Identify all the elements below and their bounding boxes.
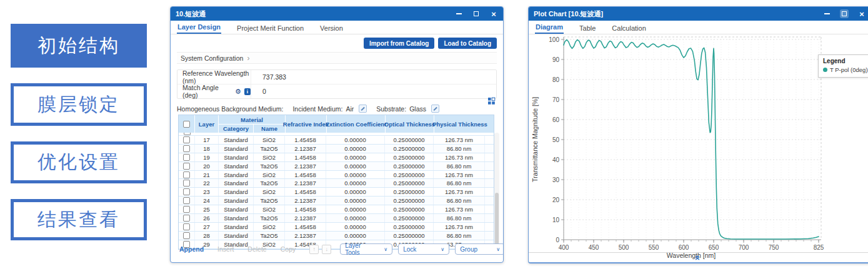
load-to-catalog-button[interactable]: Load to Catalog — [438, 38, 497, 49]
row-checkbox[interactable] — [183, 145, 190, 152]
tab-project-merit-function[interactable]: Project Merit Function — [236, 23, 304, 34]
col-header-name[interactable]: Name — [254, 125, 285, 133]
table-cell: SiO2 — [254, 171, 285, 179]
row-checkbox[interactable] — [183, 188, 190, 195]
minimize-icon[interactable] — [454, 9, 463, 18]
tab-diagram[interactable]: Diagram — [535, 22, 564, 34]
row-checkbox[interactable] — [183, 232, 190, 239]
import-from-catalog-button[interactable]: Import from Catalog — [364, 38, 435, 49]
row-checkbox[interactable] — [183, 163, 190, 170]
table-row[interactable]: 24StandardTa2O52.123870.000000.250000008… — [179, 197, 494, 205]
tab-calculation[interactable]: Calculation — [611, 23, 646, 34]
design-window-titlebar[interactable]: 10.短波通 × — [171, 7, 503, 21]
table-cell: 2.12387 — [285, 214, 326, 222]
table-cell: 126.73 nm — [434, 205, 485, 213]
collapse-chevron-icon[interactable]: « — [694, 252, 704, 263]
series-color-dot — [823, 68, 827, 72]
row-checkbox[interactable] — [183, 197, 190, 204]
table-cell: Ta2O5 — [254, 197, 285, 205]
match-angle-value[interactable]: 0 — [251, 88, 266, 95]
lock-dropdown[interactable]: Lock ∨ — [398, 243, 449, 255]
table-cell: 2.12387 — [285, 179, 326, 187]
table-scrollbar-thumb[interactable] — [495, 193, 499, 248]
legend-entry-label: T P-pol (0deg) — [830, 66, 868, 73]
table-cell: 0.00000 — [326, 223, 385, 231]
y-tick-label: 60 — [552, 116, 560, 123]
plot-window-title: Plot Chart [10.短波通] — [534, 9, 822, 19]
group-dropdown[interactable]: Group ∨ — [455, 243, 504, 255]
select-all-checkbox[interactable] — [183, 121, 190, 128]
nav-button-layer-lock[interactable]: 膜层锁定 — [11, 83, 147, 126]
close-icon[interactable]: × — [489, 9, 498, 18]
tab-layer-design[interactable]: Layer Design — [177, 22, 221, 34]
move-down-icon[interactable]: ↓ — [322, 245, 331, 254]
maximize-icon[interactable] — [472, 9, 481, 18]
table-row[interactable]: 21StandardSiO21.454580.000000.2500000012… — [179, 171, 494, 180]
col-header-physical-thickness[interactable]: Physical Thickness — [434, 115, 486, 133]
nav-button-result-view[interactable]: 结果查看 — [11, 199, 147, 240]
table-cell: SiO2 — [254, 153, 285, 161]
table-cell: 0.00000 — [326, 179, 385, 187]
table-cell: 0.25000000 — [385, 171, 434, 179]
table-settings-icon[interactable] — [487, 97, 496, 105]
table-row[interactable]: 27StandardSiO21.454580.000000.2500000012… — [179, 223, 494, 232]
table-row[interactable]: 19StandardSiO21.454580.000000.2500000012… — [179, 153, 494, 162]
col-header-optical-thickness[interactable]: Optical Thickness — [386, 115, 434, 133]
table-row[interactable]: 25StandardSiO21.454580.000000.2500000012… — [179, 205, 494, 214]
row-checkbox[interactable] — [183, 136, 190, 143]
col-header-layer[interactable]: Layer — [195, 115, 219, 133]
layer-tools-dropdown[interactable]: Layer Tools ∨ — [340, 243, 392, 255]
gear-icon[interactable]: ⚙ — [235, 88, 241, 95]
table-row[interactable]: 20StandardTa2O52.123870.000000.250000008… — [179, 162, 494, 171]
row-checkbox[interactable] — [183, 223, 190, 230]
table-row[interactable]: 18StandardTa2O52.123870.000000.250000008… — [179, 145, 494, 153]
move-up-icon[interactable]: ↑ — [309, 245, 319, 254]
reference-wavelength-value[interactable]: 737.383 — [251, 73, 286, 81]
plot-chart-window: Plot Chart [10.短波通] × Diagram Table Calc… — [528, 6, 868, 263]
table-cell: 0.00000 — [326, 136, 385, 144]
edit-substrate-icon[interactable] — [431, 105, 439, 113]
system-configuration-header[interactable]: System Configuration › — [177, 52, 497, 64]
legend-entry[interactable]: T P-pol (0deg) — [823, 66, 868, 73]
x-tick-label: 500 — [619, 244, 629, 251]
table-cell: 26 — [195, 214, 219, 222]
y-tick-label: 100 — [549, 36, 559, 43]
row-checkbox[interactable] — [183, 171, 190, 178]
close-icon[interactable]: × — [857, 9, 866, 18]
col-header-extinction-coefficient[interactable]: Extinction Coefficient — [327, 115, 386, 133]
substrate-value: Glass — [409, 105, 426, 113]
insert-button[interactable]: Insert — [217, 245, 234, 253]
maximize-icon[interactable] — [840, 9, 849, 18]
table-cell: Ta2O5 — [254, 232, 285, 240]
col-header-refractive-index[interactable]: Refractive Index — [286, 115, 327, 133]
table-cell: 126.73 nm — [434, 223, 485, 231]
table-cell: 0.00000 — [326, 214, 385, 222]
row-checkbox[interactable] — [183, 154, 190, 161]
row-checkbox[interactable] — [183, 206, 190, 213]
col-header-category[interactable]: Category — [219, 125, 254, 133]
tab-version[interactable]: Version — [319, 23, 344, 34]
table-cell: 0.25000000 — [385, 179, 434, 187]
table-row[interactable]: 26StandardTa2O52.123870.000000.250000008… — [179, 214, 494, 223]
col-header-material[interactable]: Material — [219, 115, 285, 125]
append-button[interactable]: Append — [179, 245, 204, 253]
table-cell: 2.12387 — [285, 145, 326, 153]
table-cell: Standard — [219, 232, 254, 240]
tab-table[interactable]: Table — [579, 23, 596, 34]
nav-button-optimization-setup[interactable]: 优化设置 — [11, 141, 147, 183]
table-cell: SiO2 — [254, 223, 285, 231]
table-row[interactable]: 23StandardSiO21.454580.000000.2500000012… — [179, 188, 494, 197]
plot-window-titlebar[interactable]: Plot Chart [10.短波通] × — [529, 7, 868, 21]
row-checkbox[interactable] — [183, 215, 190, 222]
table-row[interactable]: 22StandardTa2O52.123870.000000.250000008… — [179, 179, 494, 188]
edit-incident-medium-icon[interactable] — [359, 105, 367, 113]
table-row[interactable]: 28StandardTa2O52.123870.000000.250000008… — [179, 232, 494, 240]
minimize-icon[interactable] — [822, 9, 831, 18]
info-icon[interactable]: i — [244, 88, 251, 95]
copy-button[interactable]: Copy — [281, 245, 296, 253]
table-cell: Standard — [219, 136, 254, 144]
delete-button[interactable]: Delete — [247, 245, 266, 253]
table-row[interactable]: 17StandardSiO21.454580.000000.2500000012… — [179, 136, 494, 145]
nav-button-initial-structure[interactable]: 初始结构 — [11, 24, 147, 68]
row-checkbox[interactable] — [183, 180, 190, 187]
